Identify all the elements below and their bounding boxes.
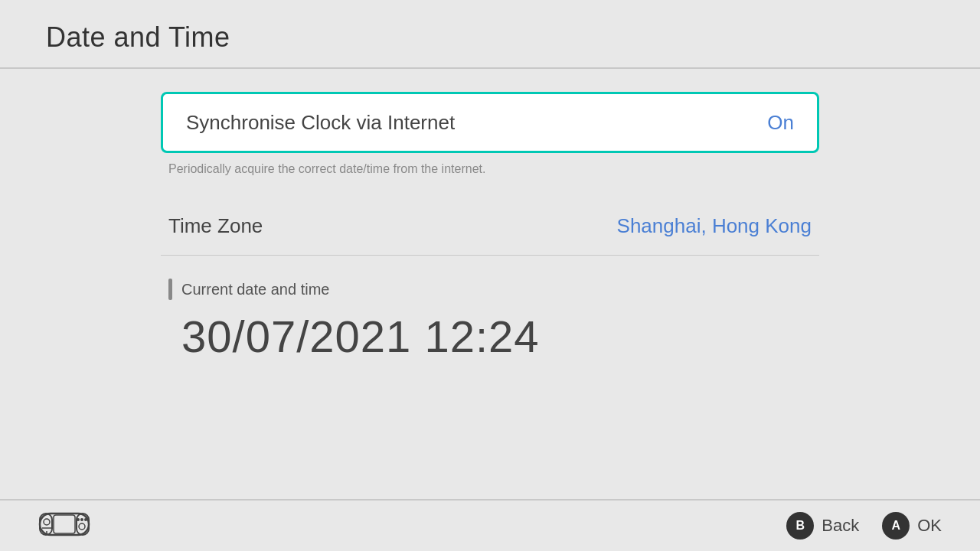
bottom-bar: B Back A OK (0, 499, 980, 551)
page-header: Date and Time (0, 0, 980, 69)
main-content: Synchronise Clock via Internet On Period… (0, 69, 980, 362)
svg-point-9 (80, 518, 83, 521)
sync-clock-setting[interactable]: Synchronise Clock via Internet On (161, 92, 819, 153)
timezone-setting[interactable]: Time Zone Shanghai, Hong Kong (161, 197, 819, 256)
svg-point-5 (79, 523, 85, 530)
svg-point-8 (77, 518, 80, 521)
timezone-value: Shanghai, Hong Kong (617, 214, 812, 238)
svg-rect-3 (54, 515, 75, 533)
ok-label: OK (917, 516, 942, 536)
controller-icon (38, 507, 90, 544)
current-datetime-section: Current date and time 30/07/2021 12:24 (161, 279, 819, 362)
a-button-icon: A (882, 512, 910, 540)
page-title: Date and Time (46, 21, 934, 54)
svg-point-10 (84, 518, 87, 521)
datetime-display: 30/07/2021 12:24 (168, 311, 812, 362)
sync-clock-label: Synchronise Clock via Internet (186, 111, 455, 135)
back-button[interactable]: B Back (786, 512, 859, 540)
svg-point-4 (44, 519, 50, 525)
sync-clock-value: On (767, 111, 794, 135)
section-accent-bar (168, 279, 172, 300)
timezone-label: Time Zone (168, 214, 263, 238)
ok-button[interactable]: A OK (882, 512, 942, 540)
section-label-wrapper: Current date and time (168, 279, 812, 300)
b-button-icon: B (786, 512, 814, 540)
back-label: Back (822, 516, 859, 536)
current-datetime-label: Current date and time (181, 281, 329, 298)
bottom-buttons: B Back A OK (786, 512, 942, 540)
sync-description: Periodically acquire the correct date/ti… (161, 162, 819, 176)
